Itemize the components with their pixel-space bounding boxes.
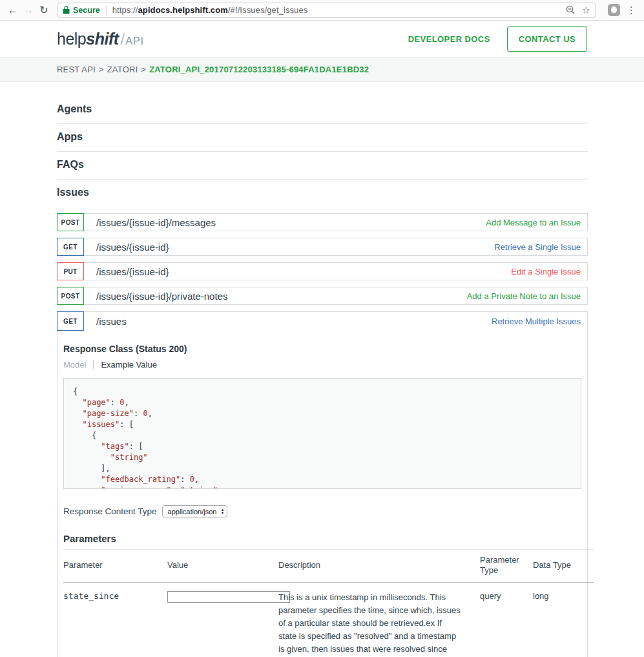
endpoint-summary-link[interactable]: Add a Private Note to an Issue [467, 287, 587, 304]
breadcrumb-item-rest-api[interactable]: REST API [57, 65, 96, 74]
endpoint-post-messages[interactable]: POST /issues/{issue-id}/messages Add Mes… [57, 213, 588, 231]
helpshift-logo[interactable]: helpshift/API [57, 30, 144, 48]
endpoint-get-issues-expanded: GET /issues Retrieve Multiple Issues Res… [57, 311, 588, 657]
endpoint-path: /issues/{issue-id}/private-notes [96, 287, 467, 304]
response-content-type-select[interactable]: application/json ▲▼ [162, 505, 228, 517]
bookmark-star-icon[interactable]: ☆ [582, 5, 590, 16]
breadcrumb-separator: > [141, 65, 146, 74]
example-json-block: { "page": 0, "page-size": 0, "issues": [… [63, 378, 581, 489]
omnibox-divider [106, 6, 107, 15]
endpoint-path: /issues [96, 312, 492, 330]
response-content-type-label: Response Content Type [63, 506, 157, 516]
endpoint-summary-link[interactable]: Add Message to an Issue [486, 214, 587, 231]
endpoint-path: /issues/{issue-id}/messages [96, 214, 486, 231]
address-bar[interactable]: Secure https://apidocs.helpshift.com/#!/… [57, 3, 596, 18]
section-apps[interactable]: Apps [57, 124, 588, 152]
table-header-row: Parameter Value Description Parameter Ty… [63, 550, 594, 583]
endpoint-path: /issues/{issue-id} [96, 238, 494, 255]
breadcrumb-current: ZATORI_API_20170712203133185-694FA1DA1E1… [149, 65, 369, 74]
endpoint-get-issues-header[interactable]: GET /issues Retrieve Multiple Issues [57, 312, 587, 330]
section-agents[interactable]: Agents [57, 96, 588, 124]
parameter-type: query [480, 582, 533, 657]
endpoint-summary-link[interactable]: Retrieve Multiple Issues [492, 312, 587, 330]
breadcrumb-item-zatori[interactable]: ZATORI [107, 65, 138, 74]
breadcrumb-separator: > [99, 65, 104, 74]
zoom-out-icon[interactable] [566, 5, 576, 15]
col-header-parameter-type: Parameter Type [480, 550, 533, 583]
browser-toolbar: ← → ↻ Secure https://apidocs.helpshift.c… [0, 0, 644, 21]
response-tabs: Model Example Value [63, 360, 581, 370]
col-header-data-type: Data Type [533, 550, 594, 583]
method-badge: GET [57, 311, 84, 331]
data-type: long [533, 582, 594, 657]
tab-model[interactable]: Model [63, 360, 94, 370]
state-since-input[interactable] [167, 591, 290, 603]
developer-docs-link[interactable]: DEVELOPER DOCS [408, 34, 490, 44]
col-header-description: Description [278, 550, 480, 583]
method-badge: GET [57, 238, 84, 256]
extension-icon[interactable] [608, 4, 620, 16]
col-header-parameter: Parameter [63, 550, 167, 583]
main-content: Agents Apps FAQs Issues POST /issues/{is… [57, 82, 588, 657]
endpoint-summary-link[interactable]: Retrieve a Single Issue [494, 238, 587, 255]
back-button[interactable]: ← [5, 5, 21, 16]
parameter-name: state_since [63, 582, 167, 657]
lock-icon [63, 6, 70, 14]
url-text[interactable]: https://apidocs.helpshift.com/#!/Issues/… [112, 5, 308, 15]
section-issues[interactable]: Issues [57, 180, 588, 207]
endpoint-details-panel: Response Class (Status 200) Model Exampl… [57, 344, 587, 657]
browser-menu-icon[interactable]: ⋮ [627, 5, 636, 16]
endpoint-summary-link[interactable]: Edit a Single Issue [511, 263, 587, 280]
table-row-state-since: state_since This is a unix timestamp in … [63, 582, 594, 657]
parameter-description: This is a unix timestamp in milliseconds… [278, 582, 480, 657]
contact-us-button[interactable]: CONTACT US [507, 26, 587, 52]
method-badge: POST [57, 213, 84, 231]
method-badge: POST [57, 287, 84, 305]
section-faqs[interactable]: FAQs [57, 152, 588, 180]
forward-button[interactable]: → [21, 5, 36, 16]
method-badge: PUT [57, 262, 84, 280]
endpoint-post-private-notes[interactable]: POST /issues/{issue-id}/private-notes Ad… [57, 287, 588, 305]
parameters-table: Parameter Value Description Parameter Ty… [63, 549, 594, 657]
select-arrows-icon: ▲▼ [220, 508, 224, 515]
parameters-title: Parameters [63, 533, 581, 544]
response-class-title: Response Class (Status 200) [63, 344, 581, 354]
secure-label: Secure [73, 6, 100, 15]
breadcrumb: REST API > ZATORI > ZATORI_API_201707122… [0, 57, 644, 82]
example-json: { "page": 0, "page-size": 0, "issues": [… [73, 387, 222, 489]
endpoint-put-single-issue[interactable]: PUT /issues/{issue-id} Edit a Single Iss… [57, 262, 588, 280]
tab-example-value[interactable]: Example Value [94, 360, 156, 370]
refresh-button[interactable]: ↻ [36, 4, 52, 16]
endpoint-get-single-issue[interactable]: GET /issues/{issue-id} Retrieve a Single… [57, 238, 588, 256]
endpoint-path: /issues/{issue-id} [96, 263, 511, 280]
col-header-value: Value [167, 550, 278, 583]
site-header: helpshift/API DEVELOPER DOCS CONTACT US [0, 21, 644, 57]
